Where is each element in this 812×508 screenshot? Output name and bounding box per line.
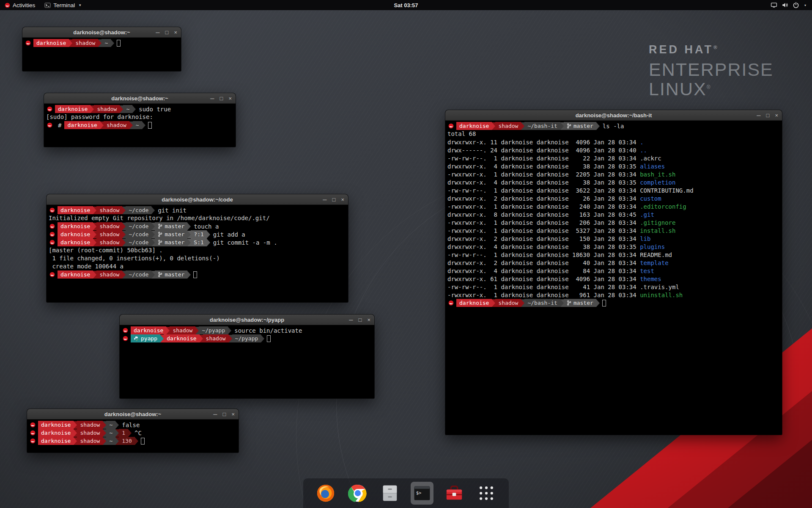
prompt-segment-err: 130 [119,437,134,445]
powerline-separator [93,239,96,246]
dock-app-grid[interactable] [475,482,498,505]
dock-toolbox[interactable] [443,482,466,505]
window-titlebar[interactable]: darknoise@shadow:~/bash-it─□× [445,110,782,121]
terminal-prompt-line: darknoiseshadow~/codemasterS:1git commit… [49,238,346,246]
dock: $> [303,478,509,508]
git-branch-icon [567,123,571,129]
app-menu[interactable]: Terminal ▼ [40,0,86,10]
app-menu-label: Terminal [53,2,75,8]
minimize-button[interactable]: ─ [210,96,214,101]
terminal-content[interactable]: darknoiseshadow~sudo true[sudo] password… [44,104,236,130]
minimize-button[interactable]: ─ [213,411,217,417]
file-name: aliases [640,163,665,170]
prompt-segment-path: ~ [102,39,111,47]
file-list-row: drwxrwxr-x. 4 darknoise darknoise 38 Jan… [447,178,780,186]
file-list-row: -rwxrwxr-x. 1 darknoise darknoise 961 Ja… [447,291,780,299]
minimize-button[interactable]: ─ [757,113,760,118]
git-branch-icon [158,272,162,277]
file-name: completion [640,179,675,186]
terminal-cursor [267,335,271,342]
window-titlebar[interactable]: darknoise@shadow:~─□× [44,93,236,104]
git-branch-icon [158,224,162,229]
top-bar: Activities Terminal ▼ Sat 03:57 ▾ [0,0,812,10]
window-titlebar[interactable]: darknoise@shadow:~/code─□× [47,194,348,205]
maximize-button[interactable]: □ [332,197,336,202]
file-list-row: -rw-rw-r--. 1 darknoise darknoise 41 Jan… [447,283,780,291]
git-branch-icon [567,300,571,306]
file-attributes: drwxrwxr-x. 4 darknoise darknoise 38 Jan… [447,179,640,186]
terminal-prompt-line: darknoiseshadow~false [29,421,236,429]
file-attributes: -rwxrwxr-x. 1 darknoise darknoise 206 Ja… [447,219,640,226]
close-button[interactable]: × [228,96,232,101]
terminal-content[interactable]: darknoiseshadow~/pyappsource bin/activat… [120,325,374,344]
terminal-content[interactable]: darknoiseshadow~falsedarknoiseshadow~1^C… [27,420,239,446]
prompt-segment-host: shadow [77,437,103,445]
registered-mark: ® [707,84,710,90]
file-name: install.sh [640,227,675,234]
window-titlebar[interactable]: darknoise@shadow:~─□× [27,409,239,420]
maximize-button[interactable]: □ [220,96,223,101]
terminal-window-exitcodes: darknoise@shadow:~─□×darknoiseshadow~fal… [27,409,239,453]
powerline-separator [132,105,136,113]
window-controls: ─□× [349,315,370,325]
window-titlebar[interactable]: darknoise@shadow:~/pyapp─□× [120,315,374,325]
prompt-segment-host: shadow [96,222,122,230]
command-text: source bin/activate [234,327,302,334]
prompt-segment-git: master [155,230,187,238]
minimize-button[interactable]: ─ [349,317,353,323]
file-name: custom [640,195,661,202]
powerline-separator [151,207,155,214]
close-button[interactable]: × [341,197,344,202]
redhat-icon [123,328,128,333]
maximize-button[interactable]: □ [359,317,362,323]
minimize-button[interactable]: ─ [323,197,326,202]
firefox-icon [316,483,335,503]
redhat-icon [448,123,454,129]
file-list-row: drwxrwxr-x. 11 darknoise darknoise 4096 … [447,138,780,146]
dock-files[interactable] [379,482,401,505]
prompt-segment-path: ~ [123,105,132,113]
prompt-segment-path: ~ [106,429,115,437]
close-button[interactable]: × [231,411,235,417]
prompt-segment-host: shadow [495,122,521,130]
window-titlebar[interactable]: darknoise@shadow:~─□× [22,27,181,38]
maximize-button[interactable]: □ [223,411,226,417]
terminal-cursor [117,40,121,47]
prompt-segment-user: darknoise [55,105,91,113]
maximize-button[interactable]: □ [766,113,770,118]
clock[interactable]: Sat 03:57 [394,2,418,8]
prompt-segment-path: ~/pyapp [232,334,261,342]
powerline-separator [151,231,155,238]
file-name: .ackrc [640,155,661,162]
powerline-separator [111,39,114,47]
powerline-separator [560,299,564,307]
activities-button[interactable]: Activities [0,0,40,10]
dock-terminal[interactable]: $> [411,482,433,505]
dock-firefox[interactable] [314,482,337,505]
file-attributes: -rw-rw-r--. 1 darknoise darknoise 22 Jan… [447,155,640,162]
command-text: ^C [134,430,142,436]
file-list-row: -rw-rw-r--. 1 darknoise darknoise 18630 … [447,251,780,259]
window-controls: ─□× [757,110,778,120]
maximize-button[interactable]: □ [165,30,169,35]
terminal-content[interactable]: darknoiseshadow~/codegit initInitialized… [47,205,348,280]
prompt-segment-user: darknoise [58,222,93,230]
file-name: . [640,139,643,146]
terminal-content[interactable]: darknoiseshadow~ [22,38,181,48]
dock-chrome[interactable] [346,482,369,505]
terminal-content[interactable]: darknoiseshadow~/bash-itmasterls -latota… [445,121,782,308]
file-name: template [640,260,668,266]
terminal-app-icon [44,2,51,8]
close-button[interactable]: × [775,113,778,118]
system-status-area[interactable]: ▾ [767,0,809,10]
close-button[interactable]: × [367,317,370,323]
minimize-button[interactable]: ─ [156,30,159,35]
redhat-icon [49,240,55,245]
redhat-icon [47,106,52,112]
powerline-separator [122,271,126,279]
terminal-prompt-line: darknoiseshadow~ [25,39,179,47]
prompt-segment-path: ~/bash-it [524,299,560,307]
file-list-row: drwxrwxr-x. 8 darknoise darknoise 163 Ja… [447,210,780,218]
redhat-icon [49,224,55,229]
close-button[interactable]: × [174,30,177,35]
